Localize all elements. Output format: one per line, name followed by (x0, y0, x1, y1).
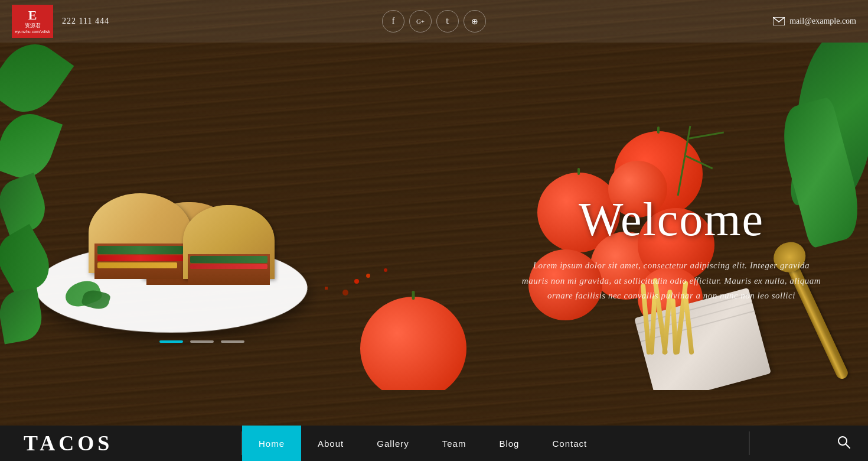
logo[interactable]: E 资源君 eyunzhu.com/vdisk (12, 5, 53, 38)
top-bar-left: E 资源君 eyunzhu.com/vdisk 222 111 444 (12, 5, 109, 38)
nav-item-blog[interactable]: Blog (482, 426, 536, 461)
social-icons: f G+ 𝕥 ⊕ (382, 10, 486, 33)
spice-2 (384, 268, 387, 272)
dribbble-icon[interactable]: ⊕ (464, 10, 486, 33)
taco-2 (89, 193, 192, 279)
nav-item-contact[interactable]: Contact (536, 426, 603, 461)
slider-dot-2[interactable] (190, 340, 214, 343)
taco-area (35, 119, 342, 344)
nav-item-team[interactable]: Team (426, 426, 483, 461)
email-address: mail@example.com (789, 17, 856, 26)
slider-dot-3[interactable] (221, 340, 244, 343)
nav-item-gallery[interactable]: Gallery (360, 426, 426, 461)
hero-subtitle: Lorem ipsum dolor sit amet, consectetur … (522, 258, 821, 304)
spice-5 (325, 287, 328, 290)
spice-3 (342, 290, 348, 296)
nav-brand: TACOS (0, 431, 241, 456)
nav-right (750, 436, 868, 451)
facebook-icon[interactable]: f (382, 10, 404, 33)
twitter-icon[interactable]: 𝕥 (436, 10, 459, 33)
nav-bar: TACOS Home About Gallery Team Blog Conta… (0, 426, 868, 461)
welcome-title: Welcome (522, 193, 821, 246)
slider-dots (159, 340, 244, 343)
nav-links: Home About Gallery Team Blog Contact (242, 426, 749, 461)
hero-text-area: Welcome Lorem ipsum dolor sit amet, cons… (522, 193, 821, 304)
search-icon (837, 436, 850, 449)
tomato-big-center (360, 297, 466, 390)
spice-4 (366, 274, 370, 278)
top-bar: E 资源君 eyunzhu.com/vdisk 222 111 444 f G+… (0, 0, 868, 43)
logo-letter: E (28, 9, 37, 22)
basil-leaf-1 (0, 43, 74, 124)
nav-item-about[interactable]: About (301, 426, 360, 461)
top-bar-right: mail@example.com (773, 17, 856, 26)
spice-1 (354, 279, 359, 284)
phone-number: 222 111 444 (62, 17, 109, 26)
search-button[interactable] (837, 436, 850, 451)
taco-3 (183, 205, 275, 285)
logo-cn-text: 资源君 (25, 22, 41, 30)
mail-icon (773, 17, 785, 25)
slider-dot-1[interactable] (159, 340, 183, 343)
google-plus-icon[interactable]: G+ (409, 10, 432, 33)
nav-item-home[interactable]: Home (242, 426, 301, 461)
logo-url: eyunzhu.com/vdisk (15, 30, 50, 34)
brand-text: TACOS (24, 431, 113, 456)
svg-line-2 (846, 444, 850, 448)
